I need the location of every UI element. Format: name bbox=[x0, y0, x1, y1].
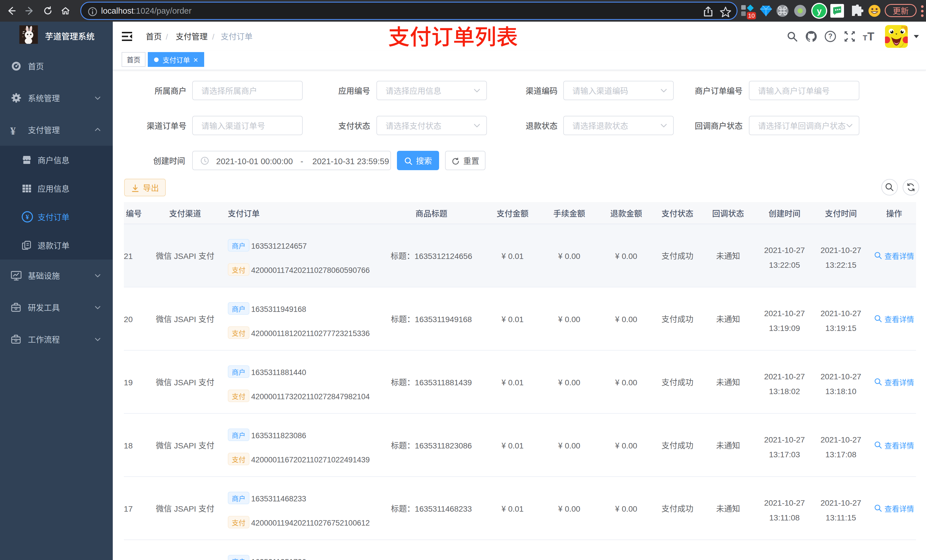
svg-text:?: ? bbox=[828, 32, 832, 40]
svg-text:y: y bbox=[817, 6, 822, 16]
svg-text:¥: ¥ bbox=[26, 211, 29, 221]
svg-text:10: 10 bbox=[748, 12, 755, 19]
